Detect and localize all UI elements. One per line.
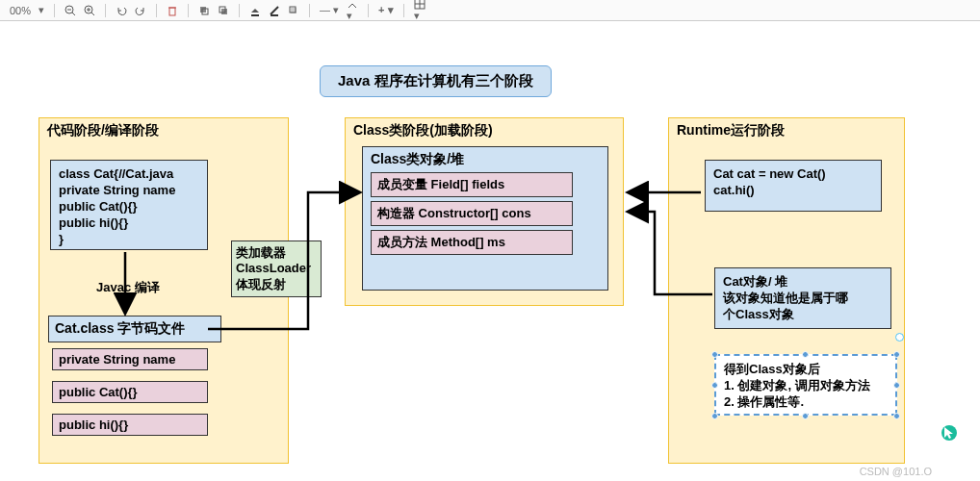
bytecode-method: public hi(){} xyxy=(52,414,208,436)
svg-rect-7 xyxy=(169,8,175,15)
zoom-drop-icon[interactable]: ▾ xyxy=(35,4,48,16)
class-methods: 成员方法 Method[] ms xyxy=(371,230,573,255)
handle-sw[interactable] xyxy=(711,413,718,419)
class-fields: 成员变量 Field[] fields xyxy=(371,172,573,197)
line-drop-icon[interactable]: — ▾ xyxy=(316,4,343,16)
handle-nw[interactable] xyxy=(711,351,718,358)
bytecode-title: Cat.class 字节码文件 xyxy=(48,316,221,342)
runtime-code: Cat cat = new Cat() cat.hi() xyxy=(705,160,882,212)
notes-box[interactable]: 得到Class对象后 1. 创建对象, 调用对象方法 2. 操作属性等. xyxy=(714,354,897,416)
runtime-heap: Cat对象/ 堆 该对象知道他是属于哪 个Class对象 xyxy=(714,267,891,329)
handle-n[interactable] xyxy=(802,351,809,358)
loader-l3: 体现反射 xyxy=(236,277,317,292)
class-cons: 构造器 Constructor[] cons xyxy=(371,201,573,226)
zoom-value[interactable]: 00% xyxy=(6,5,35,16)
svg-rect-14 xyxy=(271,14,278,16)
undo-icon[interactable] xyxy=(112,5,131,16)
handle-ne[interactable] xyxy=(893,351,900,358)
svg-rect-13 xyxy=(251,14,259,16)
java-source-box: class Cat{//Cat.java private String name… xyxy=(50,160,208,250)
stage-runtime-title: Runtime运行阶段 xyxy=(669,118,904,143)
watermark: CSDN @101.O xyxy=(860,466,932,477)
toolbar: 00% ▾ — ▾ ▾ + ▾ ▾ xyxy=(0,0,980,21)
bytecode-ctor: public Cat(){} xyxy=(52,381,208,403)
zoom-in-icon[interactable] xyxy=(80,5,99,16)
handle-e[interactable] xyxy=(893,382,900,389)
class-heap-title: Class类对象/堆 xyxy=(371,151,600,168)
loader-l2: ClassLoader xyxy=(236,261,317,276)
zoom-out-icon[interactable] xyxy=(61,5,80,16)
handle-se[interactable] xyxy=(893,413,900,419)
handle-w[interactable] xyxy=(711,382,718,389)
canvas[interactable]: Java 程序在计算机有三个阶段 代码阶段/编译阶段 class Cat{//C… xyxy=(0,21,980,481)
redo-icon[interactable] xyxy=(131,5,150,16)
delete-icon[interactable] xyxy=(163,5,182,16)
loader-l1: 类加载器 xyxy=(236,245,317,261)
table-icon[interactable]: ▾ xyxy=(410,0,429,22)
cursor-icon xyxy=(941,425,957,441)
connector-icon[interactable]: ▾ xyxy=(343,0,362,22)
svg-line-4 xyxy=(91,13,94,15)
svg-line-1 xyxy=(72,13,75,15)
front-icon[interactable] xyxy=(194,5,214,16)
svg-rect-11 xyxy=(221,9,227,14)
back-icon[interactable] xyxy=(214,5,233,16)
stage-class-title: Class类阶段(加载阶段) xyxy=(346,118,623,143)
fill-icon[interactable] xyxy=(245,5,265,16)
rotate-handle[interactable] xyxy=(895,333,904,342)
svg-rect-9 xyxy=(200,7,206,13)
class-heap-box: Class类对象/堆 成员变量 Field[] fields 构造器 Const… xyxy=(362,146,608,291)
javac-label: Javac 编译 xyxy=(96,279,160,296)
stroke-icon[interactable] xyxy=(265,5,284,16)
diagram-title: Java 程序在计算机有三个阶段 xyxy=(320,65,552,97)
bytecode-field: private String name xyxy=(52,348,208,370)
stage-code-title: 代码阶段/编译阶段 xyxy=(39,118,288,143)
add-icon[interactable]: + ▾ xyxy=(374,4,397,16)
classloader-box: 类加载器 ClassLoader 体现反射 xyxy=(231,240,322,297)
handle-s[interactable] xyxy=(802,413,809,419)
shadow-icon[interactable] xyxy=(284,5,303,16)
